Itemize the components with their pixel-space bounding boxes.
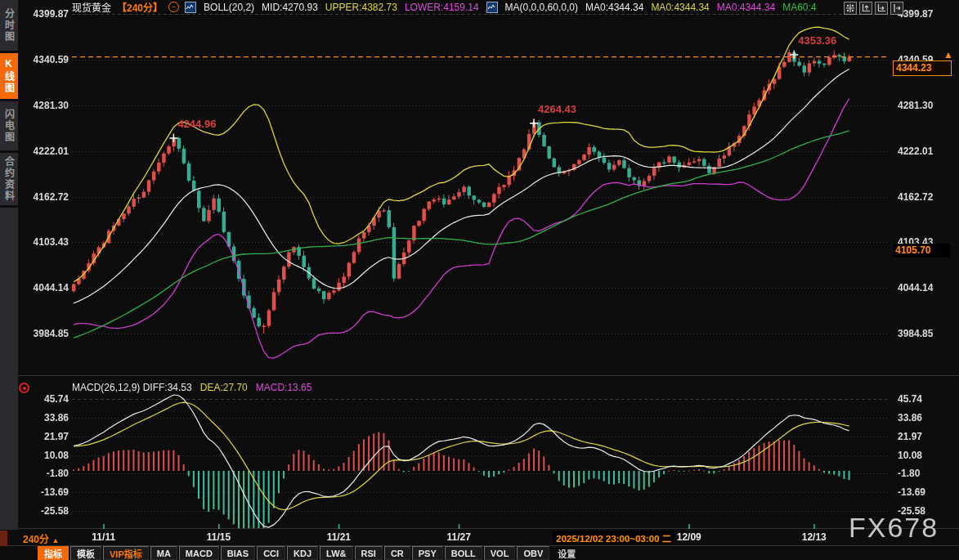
price-up-arrow-icon: ▲ <box>943 49 953 60</box>
macd-readout: DEA:27.70 <box>200 382 248 393</box>
toolbar-button-VIP指标[interactable]: VIP指标 <box>103 546 149 560</box>
toolbar-button-KDJ[interactable]: KDJ <box>287 546 318 560</box>
y-axis-label-right: 3984.85 <box>898 328 933 339</box>
indicator-value: MA0:4344.34 <box>717 2 775 13</box>
y-axis-label-right: 4281.30 <box>898 100 933 111</box>
toolbar-button-CCI[interactable]: CCI <box>257 546 285 560</box>
toolbar-button-LW&[interactable]: LW& <box>320 546 352 560</box>
macd-axis-label-right: -25.58 <box>898 505 925 517</box>
sidebar-tab-2[interactable]: 闪电图 <box>0 101 18 153</box>
toolbar-button-指标[interactable]: 指标 <box>38 546 69 560</box>
macd-axis-label-right: -1.80 <box>898 468 920 479</box>
x-axis-label: 11/27 <box>436 531 482 543</box>
x-axis-label: 12/13 <box>791 531 837 543</box>
toolbar-button-MA[interactable]: MA <box>150 546 177 560</box>
macd-axis-label-right: 33.86 <box>898 412 922 423</box>
indicator-value: UPPER:4382.73 <box>325 2 397 13</box>
corner-block <box>0 531 7 546</box>
macd-axis-label-right: 21.97 <box>898 431 922 442</box>
period-selector-label: 240分 <box>23 534 49 545</box>
symbol-name: 现货黄金 <box>72 0 111 14</box>
collapse-indicator-icon[interactable]: − <box>168 2 179 12</box>
bar-time-tooltip: 2025/12/02 23:00~03:00 二 <box>553 531 674 544</box>
zoom-axis-up-icon[interactable] <box>859 2 872 15</box>
y-axis-label-right: 4162.72 <box>898 191 933 203</box>
indicator-value: MA(0,0,0,60,0,0) <box>505 2 578 13</box>
sidebar-tab-0[interactable]: 分时图 <box>0 0 18 53</box>
toolbar-button-OBV[interactable]: OBV <box>517 546 549 560</box>
chart-canvas[interactable] <box>0 0 959 560</box>
toolbar-button-BOLL[interactable]: BOLL <box>445 546 482 560</box>
price-high-marker: 4264.43 <box>538 103 576 115</box>
zoom-axis-right-icon[interactable] <box>875 2 888 15</box>
price-high-marker: 4353.36 <box>798 34 836 47</box>
toolbar-button-模板[interactable]: 模板 <box>70 546 101 560</box>
macd-header: MACD(26,12,9) DIFF:34.53DEA:27.70MACD:13… <box>72 382 311 393</box>
toolbar-button-设置[interactable]: 设置 <box>551 546 582 560</box>
chart-app: 分时图K线图闪电图合约资料 现货黄金 【240分】 − BOLL(20,2)MI… <box>0 0 959 560</box>
indicator-value: LOWER:4159.14 <box>405 2 479 13</box>
crosshair-icon[interactable] <box>844 2 857 15</box>
period-selector[interactable]: 240分 ▲ <box>23 531 59 545</box>
y-axis-label-right: 4044.14 <box>898 282 933 293</box>
indicator-value: MA60:4 <box>782 2 816 13</box>
sidebar-tab-1[interactable]: K线图 <box>0 53 18 101</box>
macd-axis-label-right: 10.08 <box>898 450 922 461</box>
price-high-marker: 4244.96 <box>177 118 216 130</box>
chevron-up-icon: ▲ <box>52 536 59 544</box>
y-axis-label-right: 4222.01 <box>898 146 933 157</box>
macd-axis-label-right: -13.69 <box>898 486 925 498</box>
macd-axis-label-right: 45.74 <box>898 393 922 405</box>
x-axis-label: 11/15 <box>195 531 241 543</box>
macd-readout: MACD:13.65 <box>256 382 312 393</box>
mini-chart-icon <box>486 2 498 13</box>
indicator-value: BOLL(20,2) <box>204 2 254 13</box>
secondary-price-tag: 4105.70 <box>893 244 950 258</box>
toolbar-button-BIAS[interactable]: BIAS <box>221 546 255 560</box>
toolbar-button-PSY[interactable]: PSY <box>412 546 443 560</box>
indicator-value: MA0:4344.34 <box>651 2 709 13</box>
sidebar: 分时图K线图闪电图合约资料 <box>0 0 18 530</box>
current-price-tag: 4344.23 <box>893 60 952 76</box>
indicator-value: MID:4270.93 <box>262 2 318 13</box>
chart-tool-icons <box>844 2 903 15</box>
sidebar-tab-3[interactable]: 合约资料 <box>0 153 18 208</box>
toolbar-button-CR[interactable]: CR <box>384 546 410 560</box>
x-axis-label: 11/21 <box>316 531 361 543</box>
macd-readout: MACD(26,12,9) DIFF:34.53 <box>72 382 192 393</box>
period-label: 【240分】 <box>117 0 163 14</box>
toolbar-button-RSI[interactable]: RSI <box>355 546 383 560</box>
indicator-value: MA0:4344.34 <box>585 2 643 13</box>
x-axis-label: 11/11 <box>81 531 127 543</box>
chart-header: 现货黄金 【240分】 − BOLL(20,2)MID:4270.93UPPER… <box>72 0 817 14</box>
pan-right-icon[interactable] <box>890 2 903 15</box>
toolbar-button-VOL[interactable]: VOL <box>484 546 516 560</box>
toolbar-button-MACD[interactable]: MACD <box>179 546 219 560</box>
mini-chart-icon <box>185 2 196 13</box>
indicator-toolbar: 指标模板VIP指标MAMACDBIASCCIKDJLW&RSICRPSYBOLL… <box>38 546 582 560</box>
indicator-settings-icon[interactable] <box>19 383 29 393</box>
indicator-readouts: BOLL(20,2)MID:4270.93UPPER:4382.73LOWER:… <box>185 2 816 13</box>
